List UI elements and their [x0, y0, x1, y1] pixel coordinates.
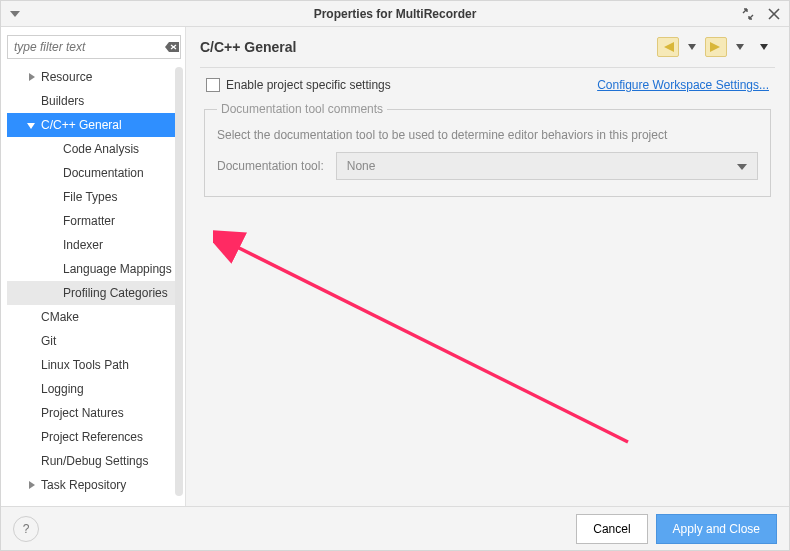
svg-marker-0: [10, 11, 20, 17]
tree-item-label: Resource: [41, 70, 92, 84]
apply-and-close-button[interactable]: Apply and Close: [656, 514, 777, 544]
svg-marker-6: [27, 123, 35, 129]
filter-box[interactable]: [7, 35, 181, 59]
clear-filter-icon[interactable]: [165, 40, 179, 55]
svg-marker-12: [736, 44, 744, 50]
tree-item-label: Language Mappings: [63, 262, 172, 276]
svg-marker-8: [29, 481, 35, 489]
tree-item-label: Code Analysis: [63, 142, 139, 156]
page-heading: C/C++ General: [200, 39, 297, 55]
nav-back-button[interactable]: [657, 37, 679, 57]
chevron-right-icon: [25, 407, 37, 419]
enable-project-settings-label: Enable project specific settings: [226, 78, 391, 92]
tree-item-label: Linux Tools Path: [41, 358, 129, 372]
filter-input[interactable]: [14, 40, 165, 54]
nav-forward-menu-button[interactable]: [729, 37, 751, 57]
svg-marker-11: [710, 42, 720, 52]
tree-item[interactable]: Linux Tools Path: [7, 353, 183, 377]
tree-item-label: Formatter: [63, 214, 115, 228]
tree-item-label: Project Natures: [41, 406, 124, 420]
sidebar: ResourceBuildersC/C++ GeneralCode Analys…: [1, 27, 186, 506]
nav-back-menu-button[interactable]: [681, 37, 703, 57]
nav-buttons: [657, 37, 775, 57]
svg-marker-14: [737, 164, 747, 170]
chevron-right-icon: [25, 455, 37, 467]
svg-marker-13: [760, 44, 768, 50]
svg-marker-10: [688, 44, 696, 50]
chevron-right-icon: [25, 479, 37, 491]
chevron-right-icon: [25, 95, 37, 107]
configure-workspace-link[interactable]: Configure Workspace Settings...: [597, 78, 769, 92]
tree-item[interactable]: Code Analysis: [7, 137, 183, 161]
tree-item-label: C/C++ General: [41, 118, 122, 132]
close-button[interactable]: [765, 5, 783, 23]
tree-item[interactable]: Language Mappings: [7, 257, 183, 281]
window-title: Properties for MultiRecorder: [1, 7, 789, 21]
nav-extra-menu-button[interactable]: [753, 37, 775, 57]
tree-item[interactable]: Builders: [7, 89, 183, 113]
help-button[interactable]: ?: [13, 516, 39, 542]
tree-item[interactable]: CMake: [7, 305, 183, 329]
tree-item[interactable]: Project References: [7, 425, 183, 449]
svg-marker-9: [664, 42, 674, 52]
documentation-tool-group: Documentation tool comments Select the d…: [204, 102, 771, 197]
tree-item-label: Git: [41, 334, 56, 348]
tree-item-label: Run/Debug Settings: [41, 454, 148, 468]
window-menu-button[interactable]: [7, 6, 23, 22]
maximize-button[interactable]: [739, 5, 757, 23]
chevron-right-icon: [25, 383, 37, 395]
chevron-down-icon: [737, 159, 747, 173]
tree-item[interactable]: Profiling Categories: [7, 281, 183, 305]
chevron-right-icon: [25, 71, 37, 83]
tree-item[interactable]: Resource: [7, 65, 183, 89]
group-description: Select the documentation tool to be used…: [217, 128, 758, 142]
chevron-right-icon: [25, 311, 37, 323]
nav-forward-button[interactable]: [705, 37, 727, 57]
enable-project-settings-checkbox[interactable]: Enable project specific settings: [206, 78, 391, 92]
tree-item[interactable]: C/C++ General: [7, 113, 183, 137]
tree-item[interactable]: Indexer: [7, 233, 183, 257]
tree-item-label: Builders: [41, 94, 84, 108]
tree-item-label: Logging: [41, 382, 84, 396]
tree-item[interactable]: File Types: [7, 185, 183, 209]
tree-item[interactable]: Logging: [7, 377, 183, 401]
doc-tool-label: Documentation tool:: [217, 159, 324, 173]
title-bar: Properties for MultiRecorder: [1, 1, 789, 27]
tree-item-label: Indexer: [63, 238, 103, 252]
svg-text:?: ?: [23, 522, 30, 536]
tree-item[interactable]: Project Natures: [7, 401, 183, 425]
group-title: Documentation tool comments: [217, 102, 387, 116]
chevron-right-icon: [25, 431, 37, 443]
svg-marker-5: [29, 73, 35, 81]
doc-tool-value: None: [347, 159, 376, 173]
tree-item[interactable]: Documentation: [7, 161, 183, 185]
dialog-footer: ? Cancel Apply and Close: [1, 506, 789, 550]
tree-item[interactable]: Task Repository: [7, 473, 183, 497]
tree-item-label: Task Repository: [41, 478, 126, 492]
tree-item[interactable]: Git: [7, 329, 183, 353]
chevron-right-icon: [25, 359, 37, 371]
tree-item-label: CMake: [41, 310, 79, 324]
tree-item[interactable]: Run/Debug Settings: [7, 449, 183, 473]
content-pane: C/C++ General: [186, 27, 789, 506]
doc-tool-select[interactable]: None: [336, 152, 758, 180]
cancel-button[interactable]: Cancel: [576, 514, 647, 544]
chevron-right-icon: [25, 335, 37, 347]
chevron-down-icon: [25, 119, 37, 131]
tree-item[interactable]: Formatter: [7, 209, 183, 233]
tree-item-label: Profiling Categories: [63, 286, 168, 300]
preference-tree[interactable]: ResourceBuildersC/C++ GeneralCode Analys…: [7, 65, 183, 498]
tree-item-label: Documentation: [63, 166, 144, 180]
tree-item-label: File Types: [63, 190, 117, 204]
tree-item-label: Project References: [41, 430, 143, 444]
